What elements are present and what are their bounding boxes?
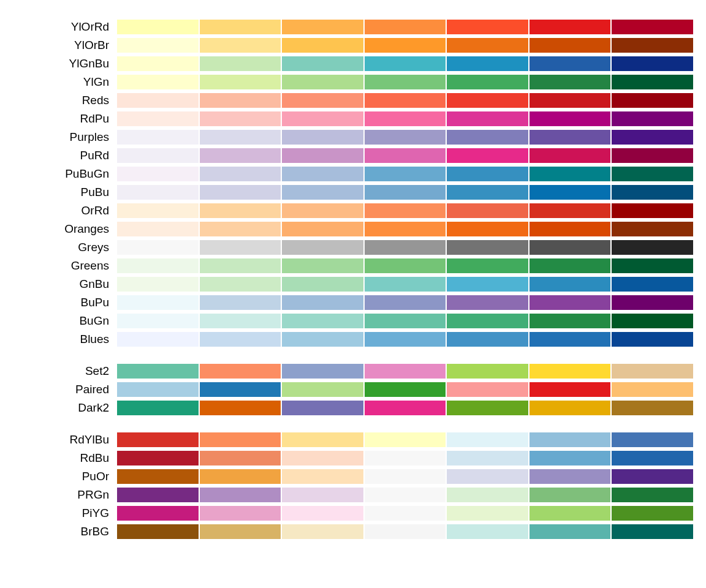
- palette-row: BuPu: [12, 294, 694, 311]
- color-swatch: [116, 19, 199, 35]
- palette-row: BrBG: [12, 523, 694, 540]
- palette-row: OrRd: [12, 202, 694, 219]
- palette-label: YlOrBr: [12, 39, 116, 52]
- swatch-strip: [116, 221, 694, 237]
- color-swatch: [529, 129, 612, 145]
- color-swatch: [529, 276, 612, 292]
- color-swatch: [364, 258, 447, 274]
- palette-row: YlOrBr: [12, 37, 694, 54]
- color-swatch: [116, 400, 199, 416]
- palette-label: PuBu: [12, 186, 116, 199]
- color-swatch: [199, 295, 282, 311]
- palette-row: PuBu: [12, 184, 694, 201]
- color-swatch: [199, 524, 282, 540]
- palette-label: Set2: [12, 364, 116, 378]
- palette-row: PuRd: [12, 147, 694, 164]
- color-swatch: [529, 487, 612, 503]
- color-swatch: [364, 295, 447, 311]
- color-swatch: [611, 203, 694, 219]
- color-swatch: [611, 432, 694, 448]
- color-swatch: [116, 203, 199, 219]
- color-swatch: [446, 37, 529, 53]
- color-swatch: [281, 469, 364, 484]
- color-swatch: [611, 331, 694, 347]
- color-swatch: [281, 331, 364, 347]
- swatch-strip: [116, 295, 694, 311]
- palette-label: Blues: [12, 333, 116, 346]
- color-swatch: [199, 19, 282, 35]
- color-swatch: [364, 487, 447, 503]
- palette-label: BrBG: [12, 525, 116, 538]
- color-swatch: [116, 258, 199, 274]
- palette-row: PuOr: [12, 468, 694, 485]
- color-swatch: [364, 505, 447, 521]
- color-swatch: [281, 295, 364, 311]
- color-swatch: [446, 184, 529, 200]
- palette-label: Reds: [12, 94, 116, 107]
- color-swatch: [611, 276, 694, 292]
- color-swatch: [446, 203, 529, 219]
- color-swatch: [116, 487, 199, 503]
- color-swatch: [529, 148, 612, 164]
- color-swatch: [364, 203, 447, 219]
- color-swatch: [364, 166, 447, 182]
- palette-label: PiYG: [12, 507, 116, 520]
- color-swatch: [281, 74, 364, 90]
- color-swatch: [611, 469, 694, 484]
- palette-label: RdBu: [12, 451, 116, 465]
- color-swatch: [199, 469, 282, 484]
- color-swatch: [529, 363, 612, 379]
- color-swatch: [446, 363, 529, 379]
- color-swatch: [281, 382, 364, 398]
- color-swatch: [611, 56, 694, 72]
- color-swatch: [281, 450, 364, 466]
- color-swatch: [364, 19, 447, 35]
- color-swatch: [281, 19, 364, 35]
- swatch-strip: [116, 37, 694, 53]
- color-swatch: [446, 56, 529, 72]
- palette-row: Greys: [12, 239, 694, 256]
- swatch-strip: [116, 239, 694, 255]
- palette-label: YlOrRd: [12, 20, 116, 34]
- palette-row: RdYlBu: [12, 431, 694, 448]
- color-swatch: [529, 239, 612, 255]
- color-swatch: [446, 19, 529, 35]
- palette-label: Paired: [12, 383, 116, 396]
- color-swatch: [199, 129, 282, 145]
- color-swatch: [611, 239, 694, 255]
- palette-row: PRGn: [12, 486, 694, 503]
- color-swatch: [529, 19, 612, 35]
- color-swatch: [529, 74, 612, 90]
- swatch-strip: [116, 400, 694, 416]
- color-swatch: [199, 258, 282, 274]
- color-swatch: [446, 221, 529, 237]
- palette-label: PuBuGn: [12, 167, 116, 181]
- color-swatch: [116, 56, 199, 72]
- color-swatch: [199, 363, 282, 379]
- palette-row: Paired: [12, 381, 694, 398]
- color-swatch: [529, 450, 612, 466]
- color-swatch: [116, 129, 199, 145]
- palette-row: BuGn: [12, 312, 694, 330]
- palette-row: Dark2: [12, 399, 694, 417]
- color-swatch: [446, 111, 529, 127]
- color-swatch: [446, 450, 529, 466]
- color-swatch: [199, 184, 282, 200]
- color-swatch: [281, 129, 364, 145]
- color-swatch: [364, 184, 447, 200]
- swatch-strip: [116, 505, 694, 521]
- palette-row: Set2: [12, 363, 694, 380]
- color-swatch: [611, 400, 694, 416]
- color-swatch: [281, 92, 364, 108]
- color-swatch: [199, 487, 282, 503]
- swatch-strip: [116, 313, 694, 329]
- color-swatch: [446, 239, 529, 255]
- color-swatch: [446, 276, 529, 292]
- color-swatch: [364, 148, 447, 164]
- color-swatch: [611, 221, 694, 237]
- color-swatch: [611, 505, 694, 521]
- color-swatch: [199, 92, 282, 108]
- color-swatch: [529, 92, 612, 108]
- color-swatch: [611, 258, 694, 274]
- color-swatch: [199, 74, 282, 90]
